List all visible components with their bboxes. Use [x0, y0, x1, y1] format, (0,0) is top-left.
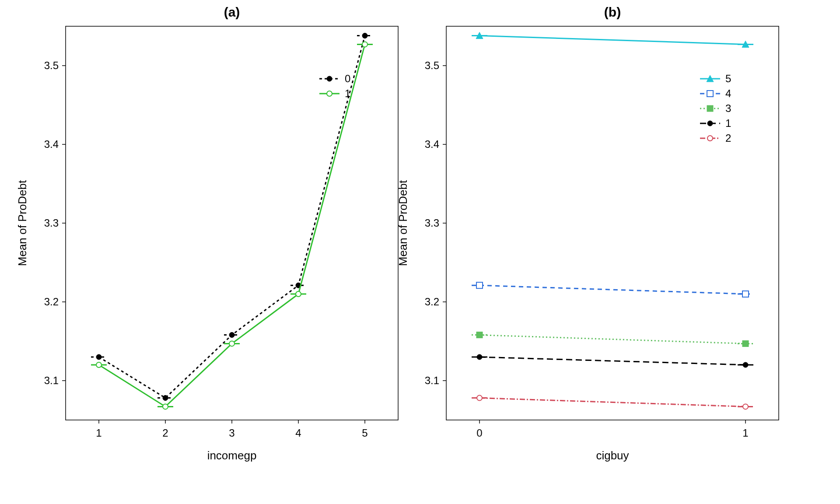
svg-point-27	[229, 341, 234, 346]
y-tick-label: 3.5	[44, 60, 59, 71]
y-tick-label: 3.1	[425, 374, 439, 386]
y-tick-label: 3.4	[44, 138, 59, 150]
legend-label: 5	[725, 73, 731, 84]
svg-point-68	[707, 121, 713, 126]
chart-title: (a)	[224, 5, 240, 19]
y-axis-label: Mean of ProDebt	[396, 180, 410, 266]
legend-label: 1	[345, 88, 350, 99]
chart-canvas: (a)3.13.23.33.43.512345incomegpMean of P…	[0, 0, 840, 504]
legend: 54312	[700, 73, 731, 144]
x-tick-label: 3	[229, 427, 234, 439]
chart-title: (b)	[604, 5, 621, 19]
svg-rect-52	[742, 340, 749, 346]
y-tick-label: 3.2	[44, 296, 59, 308]
legend-item: 1	[700, 117, 731, 129]
y-tick-label: 3.4	[425, 138, 439, 150]
svg-rect-66	[707, 105, 713, 112]
legend-item: 5	[700, 73, 731, 84]
y-tick-label: 3.2	[425, 296, 439, 308]
y-tick-label: 3.5	[425, 60, 439, 71]
x-tick-label: 2	[162, 427, 168, 439]
svg-point-15	[96, 354, 102, 360]
svg-point-33	[327, 91, 332, 96]
y-tick-label: 3.1	[44, 374, 59, 386]
svg-rect-64	[707, 91, 713, 97]
svg-rect-51	[476, 332, 483, 338]
legend-item: 4	[700, 88, 731, 99]
series-line	[480, 357, 746, 365]
svg-point-17	[229, 332, 234, 338]
svg-point-29	[362, 42, 368, 47]
series-line	[480, 36, 746, 45]
svg-rect-47	[476, 282, 483, 288]
series-line	[480, 285, 746, 294]
svg-point-31	[327, 76, 332, 81]
legend-label: 4	[725, 88, 731, 99]
plot-border	[66, 26, 398, 420]
panel-a: (a)3.13.23.33.43.512345incomegpMean of P…	[16, 5, 398, 462]
svg-point-28	[296, 291, 301, 297]
legend-label: 2	[725, 132, 731, 144]
svg-point-70	[707, 136, 713, 141]
legend-item: 0	[319, 73, 350, 84]
svg-point-60	[743, 404, 748, 409]
legend-label: 0	[345, 73, 350, 84]
svg-point-55	[477, 354, 482, 360]
legend-label: 3	[725, 102, 731, 114]
series-line	[99, 44, 365, 406]
plot-border	[446, 26, 779, 420]
x-tick-label: 1	[742, 427, 748, 439]
x-axis-label: incomegp	[207, 449, 257, 462]
svg-point-56	[743, 362, 748, 368]
x-tick-label: 5	[362, 427, 368, 439]
x-tick-label: 4	[295, 427, 301, 439]
legend-item: 1	[319, 88, 350, 99]
panel-b: (b)3.13.23.33.43.501cigbuyMean of ProDeb…	[396, 5, 779, 462]
x-tick-label: 1	[96, 427, 102, 439]
svg-point-26	[163, 404, 168, 409]
series-line	[480, 335, 746, 344]
x-tick-label: 0	[476, 427, 482, 439]
y-tick-label: 3.3	[44, 217, 59, 229]
y-axis-label: Mean of ProDebt	[16, 180, 29, 266]
legend-item: 2	[700, 132, 731, 144]
svg-point-16	[163, 396, 168, 401]
series-line	[480, 398, 746, 407]
svg-point-25	[96, 362, 102, 368]
page: (a)3.13.23.33.43.512345incomegpMean of P…	[0, 0, 840, 504]
legend-label: 1	[725, 117, 731, 129]
svg-point-59	[477, 396, 482, 401]
legend-item: 3	[700, 102, 731, 114]
svg-rect-48	[742, 291, 749, 297]
svg-point-19	[362, 33, 368, 38]
y-tick-label: 3.3	[425, 217, 439, 229]
legend: 01	[319, 73, 350, 99]
x-axis-label: cigbuy	[596, 449, 629, 462]
